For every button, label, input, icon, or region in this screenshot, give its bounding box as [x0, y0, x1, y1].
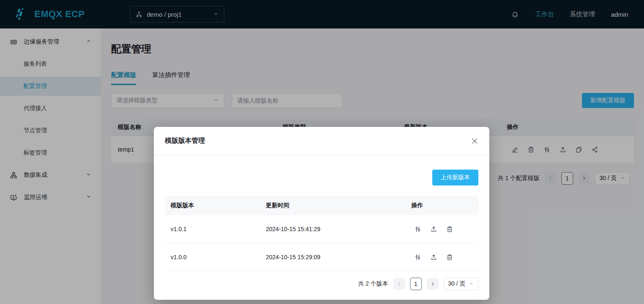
upload-button[interactable]: [428, 224, 439, 234]
compare-icon: [414, 254, 421, 261]
chevron-down-icon: [469, 281, 474, 287]
modal-title: 模版版本管理: [165, 137, 205, 145]
delete-icon: [446, 226, 453, 233]
upload-icon: [430, 254, 437, 261]
modal-body: 上传新版本 模版版本 更新时间 操作 v1.0.1 2024-10-15 15:…: [154, 170, 489, 291]
prev-page-button[interactable]: [393, 278, 405, 290]
row-actions: [411, 224, 454, 234]
delete-icon: [446, 254, 453, 261]
delete-button[interactable]: [444, 224, 454, 234]
column-header-version: 模版版本: [165, 202, 266, 209]
modal-close-button[interactable]: [471, 137, 478, 145]
column-header-updated-at: 更新时间: [266, 202, 411, 209]
version-row: v1.0.1 2024-10-15 15:41:29: [165, 215, 478, 243]
page-size-value: 30 / 页: [448, 280, 465, 288]
updated-at-cell: 2024-10-15 15:41:29: [266, 226, 411, 232]
close-icon: [471, 137, 478, 145]
version-cell: v1.0.1: [165, 226, 266, 232]
next-page-button[interactable]: [427, 278, 439, 290]
pagination-total: 共 2 个版本: [358, 280, 388, 288]
upload-new-version-button[interactable]: 上传新版本: [432, 170, 478, 185]
version-row: v1.0.0 2024-10-15 15:29:09: [165, 243, 478, 271]
updated-at-cell: 2024-10-15 15:29:09: [266, 254, 411, 260]
current-page[interactable]: 1: [410, 278, 422, 290]
upload-button[interactable]: [428, 252, 439, 262]
delete-button[interactable]: [444, 252, 454, 262]
compare-versions-button[interactable]: [413, 252, 423, 262]
row-actions: [411, 252, 454, 262]
template-version-modal: 模版版本管理 上传新版本 模版版本 更新时间 操作 v1.0.1 2024-10…: [154, 127, 489, 300]
column-header-actions: 操作: [411, 202, 478, 209]
modal-header: 模版版本管理: [154, 127, 489, 155]
compare-versions-button[interactable]: [413, 224, 423, 234]
page-size-select[interactable]: 30 / 页: [444, 278, 478, 290]
modal-pagination: 共 2 个版本 1 30 / 页: [165, 277, 478, 291]
version-table-header: 模版版本 更新时间 操作: [165, 196, 478, 215]
upload-icon: [430, 226, 437, 233]
version-cell: v1.0.0: [165, 254, 266, 260]
version-table: 模版版本 更新时间 操作 v1.0.1 2024-10-15 15:41:29: [165, 196, 478, 271]
compare-icon: [414, 226, 421, 233]
